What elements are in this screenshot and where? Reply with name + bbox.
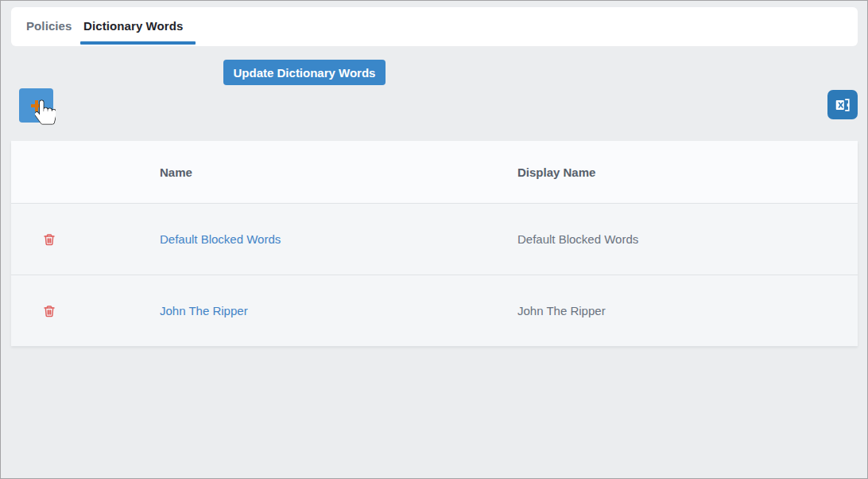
dictionary-display-name: John The Ripper [517,275,606,346]
add-dictionary-button[interactable] [19,88,53,123]
table-row: John The Ripper John The Ripper [11,275,858,346]
trash-icon [43,232,56,247]
dictionary-words-table: Name Display Name Default Blocked Words … [11,141,858,346]
tab-dictionary-words[interactable]: Dictionary Words [83,7,184,44]
tab-bar: Policies Dictionary Words [11,7,858,46]
dictionary-name-link[interactable]: Default Blocked Words [160,232,281,246]
excel-export-icon [834,96,851,114]
dictionary-name-link[interactable]: John The Ripper [160,304,248,317]
dictionary-words-page: { "tabs": [ { "label": "Policies", "acti… [0,0,868,479]
active-tab-indicator [80,41,196,45]
export-excel-button[interactable] [827,90,858,119]
column-header-name: Name [160,141,192,203]
delete-row-button[interactable] [42,303,56,319]
trash-icon [43,304,56,318]
plus-icon [29,99,44,113]
dictionary-display-name: Default Blocked Words [517,204,638,275]
delete-row-button[interactable] [42,232,56,247]
update-dictionary-words-button[interactable]: Update Dictionary Words [223,60,386,85]
column-header-display-name: Display Name [517,141,595,203]
tab-policies[interactable]: Policies [26,7,72,44]
table-header-row: Name Display Name [11,141,858,203]
table-row: Default Blocked Words Default Blocked Wo… [11,203,858,275]
